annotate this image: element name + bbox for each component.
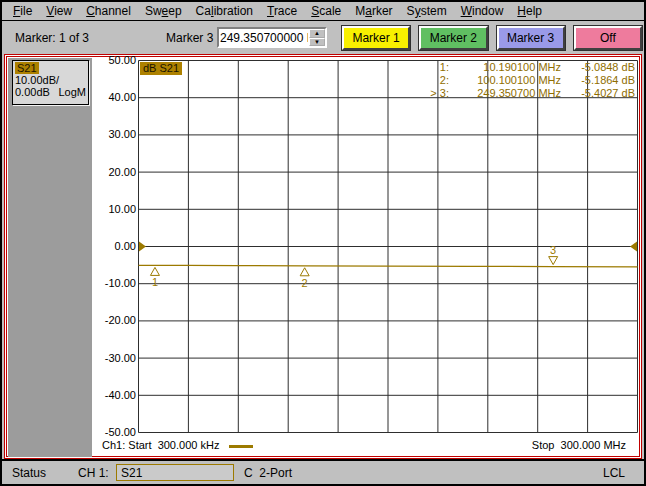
menu-item-system[interactable]: System (400, 3, 454, 19)
s21-trace (139, 265, 638, 267)
trace-status-sidebar: S21 10.00dB/ 0.00dB LogM (8, 58, 92, 457)
cal-status-label: C 2-Port (244, 466, 292, 480)
menu-item-scale[interactable]: Scale (304, 3, 348, 19)
channel-label: CH 1: (78, 466, 109, 480)
marker-1-button[interactable]: Marker 1 (342, 26, 410, 50)
y-tick-label: 10.00 (92, 203, 136, 215)
marker-readout-row-2: 2:100.100100 MHz-5.1864 dB (419, 74, 635, 87)
y-tick-label: -50.00 (92, 426, 136, 438)
trace-color-indicator (229, 445, 253, 448)
y-tick-label: 0.00 (92, 240, 136, 252)
menu-bar: FileViewChannelSweepCalibrationTraceScal… (2, 2, 644, 21)
y-tick-label: -40.00 (92, 389, 136, 401)
menu-item-trace[interactable]: Trace (260, 3, 304, 19)
marker-readout-row-1: 1:10.190100 MHz-5.0848 dB (419, 61, 635, 74)
spin-up-button[interactable]: ▲ (309, 29, 325, 38)
menu-item-channel[interactable]: Channel (79, 3, 138, 19)
ref-level-marker-right[interactable] (630, 242, 637, 252)
marker-2-button[interactable]: Marker 2 (419, 26, 487, 50)
frequency-spinner: ▲ ▼ (309, 29, 325, 46)
marker-2-glyph[interactable]: 2 (300, 268, 309, 289)
status-label: Status (12, 466, 46, 480)
trace-format-label: dB S21 (140, 62, 182, 75)
plot-region: 50.0040.0030.0020.0010.000.00-10.00-20.0… (92, 58, 638, 455)
marker-buttons: Marker 1Marker 2Marker 3Off (342, 26, 642, 50)
stop-frequency-label: Stop 300.000 MHz (532, 439, 626, 451)
trace-name: S21 (15, 62, 39, 74)
x-axis-annotation: Ch1: Start 300.000 kHz Stop 300.000 MHz (92, 439, 638, 453)
trace-format: LogM (58, 86, 86, 98)
menu-item-window[interactable]: Window (454, 3, 511, 19)
spin-down-button[interactable]: ▼ (309, 38, 325, 47)
measurement-name: S21 (121, 466, 142, 480)
svg-text:1: 1 (152, 276, 158, 288)
marker-readout-row-3: > 3:249.350700 MHz-5.4027 dB (419, 87, 635, 100)
y-tick-label: 30.00 (92, 128, 136, 140)
trace-reference: 0.00dB (15, 86, 50, 98)
measurement-box: S21 (116, 464, 234, 481)
trace-status-box[interactable]: S21 10.00dB/ 0.00dB LogM (12, 60, 89, 105)
menu-item-help[interactable]: Help (510, 3, 549, 19)
marker-readout-table: 1:10.190100 MHz-5.0848 dB2:100.100100 MH… (419, 61, 635, 100)
marker-toolbar: Marker: 1 of 3 Marker 3 ▲ ▼ Marker 1Mark… (2, 22, 644, 53)
menu-item-marker[interactable]: Marker (348, 3, 399, 19)
marker-frequency-spinbox: ▲ ▼ (217, 27, 327, 48)
menu-item-sweep[interactable]: Sweep (138, 3, 189, 19)
graticule-area: 123 dB S21 1:10.190100 MHz-5.0848 dB2:10… (138, 60, 638, 433)
ref-level-marker-left[interactable] (139, 242, 146, 252)
y-tick-label: -30.00 (92, 352, 136, 364)
y-tick-label: 50.00 (92, 54, 136, 66)
menu-item-file[interactable]: File (6, 3, 39, 19)
svg-text:2: 2 (302, 277, 308, 289)
y-tick-label: 40.00 (92, 91, 136, 103)
trace-scale: 10.00dB/ (15, 74, 86, 86)
marker-stimulus-label: Marker 3 (166, 31, 213, 45)
y-tick-label: -20.00 (92, 314, 136, 326)
menu-item-calibration[interactable]: Calibration (189, 3, 260, 19)
app-window: FileViewChannelSweepCalibrationTraceScal… (0, 0, 646, 486)
marker-3-button[interactable]: Marker 3 (497, 26, 565, 50)
status-bar: Status CH 1: S21 C 2-Port LCL (2, 459, 644, 484)
off-button[interactable]: Off (574, 26, 642, 50)
y-tick-label: -10.00 (92, 277, 136, 289)
marker-count-label: Marker: 1 of 3 (15, 31, 89, 45)
start-frequency-label: Ch1: Start 300.000 kHz (102, 439, 219, 451)
lcl-indicator: LCL (603, 466, 625, 480)
svg-text:3: 3 (550, 244, 556, 256)
graticule-svg: 123 (138, 60, 638, 433)
marker-frequency-input[interactable] (219, 29, 309, 46)
measurement-display: S21 10.00dB/ 0.00dB LogM 50.0040.0030.00… (4, 54, 642, 459)
menu-item-view[interactable]: View (39, 3, 79, 19)
y-tick-label: 20.00 (92, 166, 136, 178)
marker-1-glyph[interactable]: 1 (150, 267, 159, 288)
